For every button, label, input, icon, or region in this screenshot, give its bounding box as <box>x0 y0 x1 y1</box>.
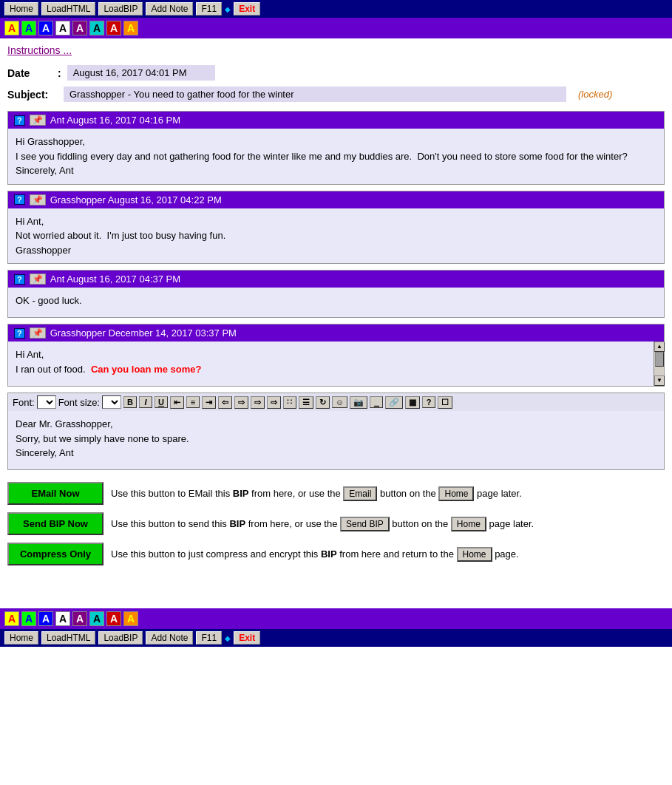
indent-left-button[interactable]: ⇦ <box>218 396 232 409</box>
font-size-select[interactable] <box>102 395 121 409</box>
sendbip-desc-4: page later. <box>486 518 534 529</box>
link-button[interactable]: 🔗 <box>385 396 403 409</box>
email-desc-4: page later. <box>474 488 521 499</box>
email-now-desc: Use this button to EMail this BIP from h… <box>111 486 522 501</box>
bottom-nav-loadbip[interactable]: LoadBIP <box>98 631 143 645</box>
diamond-icon: ◆ <box>225 5 231 13</box>
bottom-font-a-2[interactable]: A <box>21 611 36 626</box>
msg-q-icon-4[interactable]: ? <box>14 328 25 339</box>
msg-q-icon-2[interactable]: ? <box>14 194 25 205</box>
sendbip-desc-1: Use this button to send this <box>111 518 229 529</box>
font-a-2[interactable]: A <box>21 21 36 35</box>
font-a-1[interactable]: A <box>4 21 19 35</box>
date-label: Date <box>7 67 52 79</box>
font-a-7[interactable]: A <box>106 21 121 35</box>
bottom-font-a-7[interactable]: A <box>106 611 121 626</box>
sendbip-inline-btn[interactable]: Send BIP <box>340 517 390 531</box>
bottom-nav-bar: Home LoadHTML LoadBIP Add Note F11 ◆ Exi… <box>0 629 672 647</box>
action-section: EMail Now Use this button to EMail this … <box>7 482 665 565</box>
msg-q-icon-1[interactable]: ? <box>14 115 25 126</box>
msg-pin-icon-4[interactable]: 📌 <box>30 327 46 339</box>
message-sender-4: Grasshopper December 14, 2017 03:37 PM <box>50 327 237 339</box>
email-home-btn[interactable]: Home <box>438 486 474 501</box>
msg-q-icon-3[interactable]: ? <box>14 274 25 285</box>
date-value: August 16, 2017 04:01 PM <box>67 65 215 81</box>
align-center-button[interactable]: ≡ <box>186 396 200 408</box>
nav-home[interactable]: Home <box>4 2 38 16</box>
font-a-5[interactable]: A <box>72 21 87 35</box>
compress-home-btn[interactable]: Home <box>457 547 492 562</box>
email-desc-2: from here, or use the <box>248 488 343 499</box>
email-inline-btn[interactable]: Email <box>343 486 377 501</box>
msg-pin-icon-3[interactable]: 📌 <box>30 273 46 285</box>
editor-area[interactable]: Dear Mr. Grasshopper, Sorry, but we simp… <box>7 411 665 470</box>
list-ul-button[interactable]: ☰ <box>299 396 313 409</box>
scroll-thumb-4[interactable] <box>655 352 664 367</box>
date-colon: : <box>58 67 61 79</box>
instructions-link[interactable]: Instructions ... <box>7 44 665 56</box>
message-header-2: ? 📌 Grasshopper August 16, 2017 04:22 PM <box>8 191 664 208</box>
image-button[interactable]: 📷 <box>350 396 367 409</box>
font-a-4[interactable]: A <box>55 21 70 35</box>
sendbip-home-btn[interactable]: Home <box>451 517 486 531</box>
font-a-6[interactable]: A <box>89 21 104 35</box>
bottom-nav-home[interactable]: Home <box>4 631 38 645</box>
bottom-font-a-3[interactable]: A <box>38 611 53 626</box>
indent2-button[interactable]: ⇨ <box>251 396 265 409</box>
font-select[interactable] <box>37 395 56 409</box>
emoji-button[interactable]: ☺ <box>332 396 347 408</box>
email-bip-1: BIP <box>233 488 249 499</box>
scrollbar-4[interactable]: ▲ ▼ <box>654 341 664 386</box>
underline-button[interactable]: U <box>155 396 168 408</box>
email-desc-3: button on the <box>377 488 438 499</box>
bottom-font-a-6[interactable]: A <box>89 611 104 626</box>
sendbip-desc-3: button on the <box>390 518 451 529</box>
italic-button[interactable]: I <box>139 396 152 408</box>
font-a-3[interactable]: A <box>38 21 53 35</box>
msg-pin-icon-2[interactable]: 📌 <box>30 194 46 205</box>
compress-only-button[interactable]: Compress Only <box>7 543 103 565</box>
bottom-font-a-8[interactable]: A <box>123 611 138 626</box>
bottom-font-a-4[interactable]: A <box>55 611 70 626</box>
scroll-down-4[interactable]: ▼ <box>654 375 665 386</box>
send-bip-desc: Use this button to send this BIP from he… <box>111 517 534 531</box>
compress-desc-3: page. <box>492 548 519 560</box>
font-label: Font: <box>13 397 35 408</box>
email-now-row: EMail Now Use this button to EMail this … <box>7 482 665 505</box>
bottom-nav-addnote[interactable]: Add Note <box>146 631 193 645</box>
redo-button[interactable]: ↻ <box>316 396 330 409</box>
line-button[interactable]: ⎯ <box>370 396 383 408</box>
bottom-nav-exit[interactable]: Exit <box>234 631 260 645</box>
subject-row: Subject: Grasshopper - You need to gathe… <box>7 86 665 102</box>
nav-exit[interactable]: Exit <box>234 2 260 16</box>
nav-loadbip[interactable]: LoadBIP <box>98 2 143 16</box>
message-body-2: Hi Ant, Not worried about it. I'm just t… <box>8 208 664 264</box>
font-a-8[interactable]: A <box>123 21 138 35</box>
top-nav-bar: Home LoadHTML LoadBIP Add Note F11 ◆ Exi… <box>0 0 672 18</box>
indent3-button[interactable]: ⇨ <box>267 396 281 409</box>
table-button[interactable]: ▦ <box>405 396 420 409</box>
bottom-font-a-5[interactable]: A <box>72 611 87 626</box>
bottom-font-a-1[interactable]: A <box>4 611 19 626</box>
source-button[interactable]: ☐ <box>438 396 452 409</box>
message-block-4: ? 📌 Grasshopper December 14, 2017 03:37 … <box>7 324 665 387</box>
scroll-up-4[interactable]: ▲ <box>654 341 665 352</box>
bottom-nav-f11[interactable]: F11 <box>196 631 222 645</box>
bold-button[interactable]: B <box>123 396 137 408</box>
align-right-button[interactable]: ⇥ <box>202 396 216 409</box>
bottom-nav-loadhtml[interactable]: LoadHTML <box>41 631 95 645</box>
message-header-4: ? 📌 Grasshopper December 14, 2017 03:37 … <box>8 324 664 341</box>
message-body-3: OK - good luck. <box>8 288 664 317</box>
send-bip-button[interactable]: Send BIP Now <box>7 512 103 535</box>
message-sender-3: Ant August 16, 2017 04:37 PM <box>50 273 180 285</box>
sendbip-bip-1: BIP <box>229 518 245 529</box>
nav-f11[interactable]: F11 <box>196 2 222 16</box>
list-ol-button[interactable]: ∷ <box>283 396 296 409</box>
email-now-button[interactable]: EMail Now <box>7 482 103 505</box>
help-button[interactable]: ? <box>422 396 435 408</box>
indent1-button[interactable]: ⇨ <box>234 396 248 409</box>
msg-pin-icon-1[interactable]: 📌 <box>30 115 46 126</box>
nav-loadhtml[interactable]: LoadHTML <box>41 2 95 16</box>
nav-addnote[interactable]: Add Note <box>146 2 193 16</box>
align-left-button[interactable]: ⇤ <box>170 396 184 409</box>
